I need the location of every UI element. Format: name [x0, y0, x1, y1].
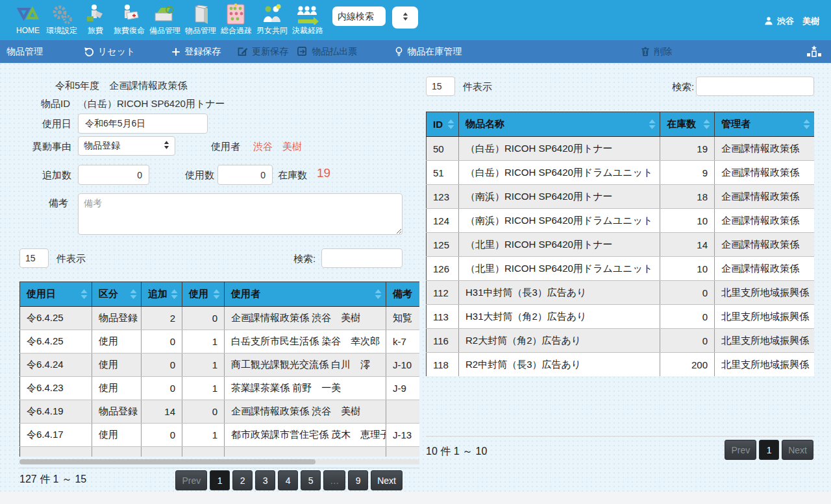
history-search-input[interactable] [321, 248, 403, 268]
table-row[interactable] [20, 447, 420, 457]
current-user[interactable]: 渋谷 美樹 [764, 16, 819, 27]
menu-item[interactable]: 登録保存 [171, 46, 221, 58]
table-row[interactable]: 令6.4.25使用01白岳支所市民生活係 染谷 幸次郎k-7 [20, 330, 420, 354]
extension-select[interactable] [392, 6, 418, 29]
table-row[interactable]: 113H31大封筒（角2）広告あり0北里支所地域振興係 [427, 305, 815, 329]
app-button[interactable]: HOME [14, 3, 42, 35]
app-label: 旅費 [88, 26, 103, 35]
table-cell: 118 [427, 353, 459, 377]
reason-select[interactable]: 物品登録 [78, 136, 175, 156]
inventory-page-size-input[interactable] [426, 77, 455, 96]
app-label: HOME [16, 26, 40, 35]
table-row[interactable]: 令6.4.19物品登録140企画課情報政策係 渋谷 美樹 [20, 400, 420, 424]
fiscal-year-section: 令和5年度 企画課情報政策係 [55, 80, 187, 92]
column-header[interactable]: 使用日 [20, 282, 92, 307]
use-count-input[interactable] [217, 165, 273, 185]
table-row[interactable]: 令6.4.23使用01茶業課茶業係 前野 一美J-9 [20, 377, 420, 400]
sort-icon[interactable] [213, 289, 220, 299]
table-cell: J-9 [386, 377, 420, 400]
table-row[interactable]: 令6.4.24使用01商工観光課観光交流係 白川 澪J-10 [20, 354, 420, 377]
document-icon [297, 47, 308, 56]
app-button[interactable]: 旅費復命 [114, 3, 145, 35]
table-cell: 使用 [92, 424, 142, 447]
menu-item-label: リセット [98, 46, 135, 58]
table-row[interactable]: 118R2中封筒（長3）広告あり200北里支所地域振興係 [427, 353, 815, 377]
sitemap-icon[interactable] [806, 45, 822, 60]
table-cell: 企画課情報政策係 [715, 161, 815, 185]
column-header[interactable]: 区分 [92, 282, 142, 307]
table-row[interactable]: 123（南浜）RICOH SP6420用トナー18企画課情報政策係 [427, 185, 815, 209]
history-summary: 127 件 1 ～ 15 [19, 473, 86, 486]
table-row[interactable]: 124（南浜）RICOH SP6420用ドラムユニット10企画課情報政策係 [427, 209, 815, 233]
history-page-size-suffix: 件表示 [56, 253, 86, 265]
table-cell: （南浜）RICOH SP6420用ドラムユニット [459, 209, 660, 233]
column-header[interactable]: 使用 [182, 282, 225, 307]
app-button[interactable]: 物品管理 [185, 3, 216, 35]
page-button[interactable]: 5 [301, 470, 321, 490]
table-row[interactable]: 50（白岳）RICOH SP6420用トナー19企画課情報政策係 [427, 137, 815, 161]
sort-icon[interactable] [81, 289, 88, 299]
column-header[interactable]: 在庫数 [660, 112, 715, 137]
divider [19, 468, 419, 468]
table-row[interactable]: 125（北里）RICOH SP6420用トナー14企画課情報政策係 [427, 233, 815, 257]
table-row[interactable]: 令6.4.17使用01都市政策課市営住宅係 茂木 恵理子J-13 [20, 424, 420, 447]
use-date-input[interactable] [78, 114, 208, 134]
table-row[interactable]: 51（白岳）RICOH SP6420用ドラムユニット9企画課情報政策係 [427, 161, 815, 185]
table-cell: 0 [660, 281, 715, 305]
page-button[interactable]: 3 [255, 470, 275, 490]
column-header[interactable]: 管理者 [715, 112, 815, 137]
sort-icon[interactable] [803, 119, 810, 129]
history-page-size-input[interactable] [19, 248, 49, 268]
sort-icon[interactable] [649, 119, 656, 129]
horizontal-scrollbar[interactable] [19, 459, 419, 464]
menu-item[interactable]: 物品在庫管理 [395, 46, 462, 58]
app-label: 物品管理 [185, 26, 216, 35]
table-cell [386, 447, 420, 457]
sort-icon[interactable] [703, 119, 710, 129]
inventory-search-input[interactable] [696, 77, 814, 96]
table-cell: 1 [182, 377, 225, 400]
sort-icon[interactable] [130, 289, 137, 299]
page-button[interactable]: 2 [232, 470, 253, 490]
page-button[interactable]: 9 [348, 470, 368, 490]
app-button[interactable]: 備品管理 [149, 3, 180, 35]
page-button[interactable]: Next [371, 470, 403, 490]
table-cell: k-7 [386, 330, 420, 354]
table-cell: 商工観光課観光交流係 白川 澪 [225, 354, 386, 377]
table-cell: 50 [427, 137, 459, 161]
column-header[interactable]: 物品名称 [459, 112, 660, 137]
app-label: 備品管理 [149, 26, 180, 35]
table-cell: H31中封筒（長3）広告あり [459, 281, 660, 305]
table-cell: 0 [660, 305, 715, 329]
app-button[interactable]: 男女共同 [256, 3, 288, 35]
column-header[interactable]: 使用者 [225, 282, 386, 307]
sort-icon[interactable] [375, 289, 382, 299]
table-cell: （南浜）RICOH SP6420用トナー [459, 185, 660, 209]
remarks-textarea[interactable] [78, 193, 403, 235]
table-row[interactable]: 126（北里）RICOH SP6420用ドラムユニット10企画課情報政策係 [427, 257, 815, 281]
table-row[interactable]: 116R2大封筒（角2）広告あり0北里支所地域振興係 [427, 329, 815, 353]
scrollbar-thumb[interactable] [19, 459, 316, 464]
column-header-label: 追加 [148, 288, 167, 300]
page-button[interactable]: 4 [278, 470, 298, 490]
menu-item[interactable]: 物品管理 [6, 46, 43, 58]
extension-search-input[interactable] [332, 6, 386, 26]
menu-item[interactable]: リセット [84, 46, 135, 58]
column-header[interactable]: 備考 [386, 282, 420, 307]
app-button[interactable]: 決裁経路 [292, 3, 323, 35]
page-button[interactable]: 1 [759, 440, 779, 460]
app-label: 旅費復命 [114, 26, 145, 35]
column-header[interactable]: ID [427, 112, 459, 137]
add-count-input[interactable] [78, 165, 149, 185]
app-button[interactable]: 総合過疎 [221, 3, 252, 35]
sort-icon[interactable] [171, 289, 178, 299]
page-button[interactable]: 1 [210, 470, 230, 490]
table-cell [182, 447, 225, 457]
table-row[interactable]: 令6.4.25物品登録20企画課情報政策係 渋谷 美樹知覧 [20, 307, 420, 330]
column-header[interactable]: 追加 [142, 282, 182, 307]
app-button[interactable]: 環境設定 [46, 3, 77, 35]
sort-icon[interactable] [447, 119, 454, 129]
app-button[interactable]: 旅費 [82, 3, 109, 35]
top-app-bar: HOME環境設定旅費旅費復命備品管理物品管理総合過疎男女共同決裁経路 渋谷 美樹 [0, 0, 831, 40]
table-row[interactable]: 112H31中封筒（長3）広告あり0北里支所地域振興係 [427, 281, 815, 305]
